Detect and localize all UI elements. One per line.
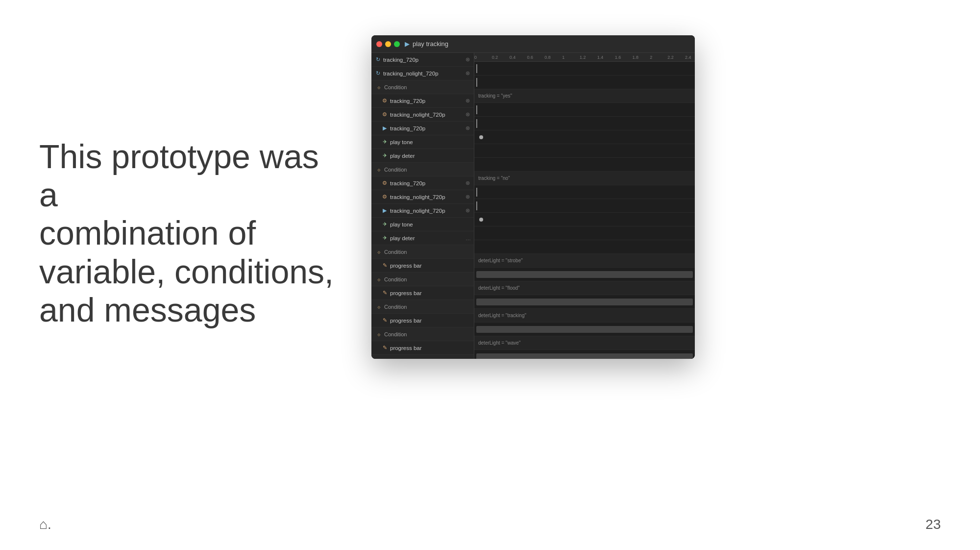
condition-icon-20: ⟐ <box>375 331 382 338</box>
track-name-5: tracking_720p <box>390 125 462 131</box>
tl-row-18: deterLight = "tracking" <box>474 309 695 323</box>
track-row-10[interactable]: ⚙tracking_nolight_720p⊗ <box>371 190 474 204</box>
track-row-18[interactable]: ⟐Condition <box>371 300 474 314</box>
tl-row-13 <box>474 240 695 254</box>
track-icon-12: ✈ <box>381 221 388 228</box>
track-name-19: progress bar <box>390 318 471 324</box>
track-row-13[interactable]: ✈play deter… <box>371 231 474 245</box>
condition-icon-16: ⟐ <box>375 276 382 283</box>
tl-row-9 <box>474 185 695 199</box>
track-row-2[interactable]: ⟐Condition <box>371 80 474 94</box>
condition-label-22: Condition <box>384 359 471 359</box>
track-row-14[interactable]: ⟐Condition <box>371 245 474 259</box>
settings-icon-11[interactable]: ⊗ <box>464 207 471 214</box>
track-row-17[interactable]: ✎progress bar <box>371 286 474 300</box>
track-icon-7: ✈ <box>381 152 388 159</box>
tl-line-1 <box>476 78 477 87</box>
tl-line-10 <box>476 201 477 210</box>
track-row-8[interactable]: ⟐Condition <box>371 163 474 176</box>
main-heading: This prototype was a combination of vari… <box>39 137 343 329</box>
track-icon-19: ✎ <box>381 317 388 324</box>
tl-row-2: tracking = "yes" <box>474 89 695 103</box>
condition-label-14: Condition <box>384 249 471 255</box>
tl-row-1 <box>474 75 695 89</box>
ruler-label-1: 1 <box>562 55 564 60</box>
tl-row-14: deterLight = "strobe" <box>474 254 695 268</box>
condition-icon-22: ⟐ <box>375 358 382 359</box>
tl-row-8: tracking = "no" <box>474 172 695 185</box>
tl-line-9 <box>476 188 477 197</box>
progress-bar-17 <box>476 299 693 305</box>
window-controls <box>376 41 400 47</box>
track-row-21[interactable]: ✎progress bar <box>371 341 474 355</box>
track-icon-0: ↻ <box>374 56 381 63</box>
tl-line-3 <box>476 105 477 114</box>
track-icon-4: ⚙ <box>381 111 388 118</box>
track-name-13: play deter <box>390 235 463 241</box>
timeline-content: tracking = "yes"tracking = "no"deterLigh… <box>474 62 695 359</box>
track-icon-11: ▶ <box>381 207 388 214</box>
condition-label-2: Condition <box>384 84 471 90</box>
window-titlebar: ▶ play tracking <box>371 35 695 53</box>
settings-icon-1[interactable]: ⊗ <box>464 70 471 77</box>
track-row-22[interactable]: ⟐Condition <box>371 355 474 359</box>
tl-row-15 <box>474 268 695 281</box>
track-name-4: tracking_nolight_720p <box>390 112 462 118</box>
settings-icon-10[interactable]: ⊗ <box>464 194 471 200</box>
track-row-5[interactable]: ▶tracking_720p⊗ <box>371 122 474 135</box>
close-button[interactable] <box>376 41 382 47</box>
condition-label-8: Condition <box>384 167 471 173</box>
settings-icon-4[interactable]: ⊗ <box>464 111 471 118</box>
maximize-button[interactable] <box>394 41 400 47</box>
tl-row-6 <box>474 144 695 158</box>
condition-icon-14: ⟐ <box>375 249 382 255</box>
track-icon-6: ✈ <box>381 139 388 146</box>
track-row-20[interactable]: ⟐Condition <box>371 327 474 341</box>
track-panel: ↻tracking_720p⊗↻tracking_nolight_720p⊗⟐C… <box>371 53 474 359</box>
condition-value-2: tracking = "yes" <box>476 93 512 99</box>
tl-row-7 <box>474 158 695 172</box>
settings-icon-0[interactable]: ⊗ <box>464 56 471 63</box>
tl-row-0 <box>474 62 695 75</box>
page-number: 23 <box>926 517 941 532</box>
track-name-21: progress bar <box>390 345 471 351</box>
track-row-6[interactable]: ✈play tone <box>371 135 474 149</box>
track-row-1[interactable]: ↻tracking_nolight_720p⊗ <box>371 67 474 80</box>
minimize-button[interactable] <box>385 41 391 47</box>
keyframe-5 <box>479 135 483 139</box>
ruler-label-2.4: 2.4 <box>685 55 691 60</box>
timeline-panel: 00.20.40.60.811.21.41.61.822.22.4 tracki… <box>474 53 695 359</box>
tl-row-5 <box>474 130 695 144</box>
track-icon-3: ⚙ <box>381 98 388 104</box>
ruler-label-0.8: 0.8 <box>544 55 551 60</box>
ruler-label-2: 2 <box>650 55 652 60</box>
track-row-15[interactable]: ✎progress bar <box>371 259 474 273</box>
track-row-19[interactable]: ✎progress bar <box>371 314 474 327</box>
track-row-12[interactable]: ✈play tone <box>371 218 474 231</box>
tl-line-0 <box>476 64 477 73</box>
tl-row-4 <box>474 117 695 130</box>
track-name-11: tracking_nolight_720p <box>390 208 462 214</box>
ruler-label-0.2: 0.2 <box>492 55 498 60</box>
settings-icon-9[interactable]: ⊗ <box>464 180 471 187</box>
track-row-7[interactable]: ✈play deter <box>371 149 474 163</box>
tl-row-20: deterLight = "wave" <box>474 336 695 350</box>
track-row-0[interactable]: ↻tracking_720p⊗ <box>371 53 474 67</box>
condition-value-16: deterLight = "flood" <box>476 285 520 291</box>
settings-icon-5[interactable]: ⊗ <box>464 125 471 132</box>
ruler-label-0.6: 0.6 <box>527 55 534 60</box>
track-row-4[interactable]: ⚙tracking_nolight_720p⊗ <box>371 108 474 122</box>
window-body: ↻tracking_720p⊗↻tracking_nolight_720p⊗⟐C… <box>371 53 695 359</box>
settings-icon-3[interactable]: ⊗ <box>464 98 471 104</box>
ruler-label-1.4: 1.4 <box>597 55 604 60</box>
track-row-11[interactable]: ▶tracking_nolight_720p⊗ <box>371 204 474 218</box>
ruler-label-1.2: 1.2 <box>580 55 586 60</box>
logo: ⌂. <box>39 517 51 532</box>
track-row-3[interactable]: ⚙tracking_720p⊗ <box>371 94 474 108</box>
condition-label-20: Condition <box>384 331 471 337</box>
track-row-9[interactable]: ⚙tracking_720p⊗ <box>371 176 474 190</box>
progress-bar-19 <box>476 326 693 333</box>
keyframe-11 <box>479 218 483 222</box>
track-row-16[interactable]: ⟐Condition <box>371 273 474 286</box>
window-title-text: play tracking <box>413 40 448 48</box>
